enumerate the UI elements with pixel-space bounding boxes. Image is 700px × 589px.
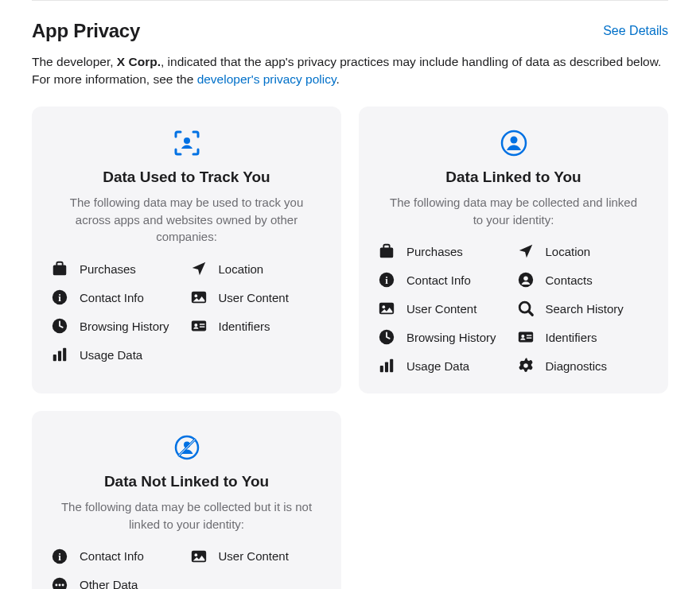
svg-rect-27: [526, 338, 531, 339]
svg-rect-10: [53, 355, 56, 361]
data-type-item: Diagnostics: [517, 357, 650, 374]
data-type-label: Contact Info: [80, 549, 144, 563]
data-type-label: Contact Info: [80, 291, 144, 304]
usage-data-icon: [378, 357, 395, 374]
svg-rect-26: [526, 335, 531, 336]
svg-text:i: i: [385, 275, 388, 286]
user-content-icon: [190, 548, 208, 565]
data-type-item: User Content: [190, 548, 323, 565]
svg-point-20: [383, 306, 386, 309]
purchases-icon: [378, 242, 395, 260]
data-type-item: iContact Info: [378, 271, 511, 289]
location-icon: [517, 242, 535, 260]
card-track: Data Used to Track You The following dat…: [32, 107, 341, 394]
card-title: Data Used to Track You: [51, 169, 322, 186]
svg-rect-6: [191, 321, 205, 331]
data-type-item: Purchases: [378, 242, 511, 260]
svg-rect-28: [380, 366, 383, 372]
see-details-link[interactable]: See Details: [603, 24, 668, 38]
svg-point-25: [521, 335, 524, 339]
svg-rect-9: [199, 327, 204, 327]
data-type-label: Browsing History: [406, 331, 496, 344]
data-type-item: Usage Data: [51, 346, 184, 363]
data-type-item: Usage Data: [378, 357, 511, 374]
svg-rect-11: [58, 351, 61, 362]
privacy-policy-link[interactable]: developer's privacy policy: [197, 72, 336, 86]
card-desc: The following data may be collected but …: [60, 498, 314, 533]
diagnostics-icon: [517, 357, 535, 374]
data-type-label: Usage Data: [80, 348, 142, 362]
data-type-item: Identifiers: [190, 317, 323, 335]
other-data-icon: [51, 576, 68, 589]
card-desc: The following data may be used to track …: [60, 194, 314, 246]
data-type-label: Diagnostics: [546, 359, 608, 373]
data-type-item: Browsing History: [51, 317, 184, 335]
svg-rect-29: [385, 362, 388, 373]
data-type-item: User Content: [378, 300, 511, 317]
contact-info-icon: i: [51, 548, 68, 565]
svg-rect-12: [63, 348, 66, 362]
svg-point-32: [523, 364, 528, 369]
search-history-icon: [517, 300, 535, 317]
data-type-item: Search History: [517, 300, 650, 317]
data-type-item: Browsing History: [378, 328, 511, 346]
data-type-label: Search History: [546, 302, 624, 316]
data-type-label: Contacts: [546, 273, 593, 287]
data-type-label: Location: [219, 262, 264, 276]
track-you-icon: [51, 129, 322, 157]
browsing-history-icon: [51, 317, 68, 335]
browsing-history-icon: [378, 328, 395, 346]
data-type-item: Contacts: [517, 271, 650, 289]
card-title: Data Not Linked to You: [51, 473, 322, 490]
svg-point-18: [523, 277, 528, 281]
card-notlinked: Data Not Linked to You The following dat…: [32, 411, 341, 589]
svg-text:i: i: [58, 293, 61, 304]
data-type-item: User Content: [190, 289, 323, 306]
data-type-label: Identifiers: [219, 320, 270, 333]
card-desc: The following data may be collected and …: [387, 194, 641, 229]
svg-point-40: [194, 553, 197, 556]
data-type-label: Purchases: [406, 245, 463, 258]
section-title: App Privacy: [32, 20, 140, 42]
linked-to-you-icon: [378, 129, 649, 157]
data-type-label: Contact Info: [406, 273, 471, 287]
contact-info-icon: i: [51, 289, 68, 306]
svg-text:i: i: [58, 552, 61, 563]
section-divider: [32, 0, 668, 1]
data-type-label: Browsing History: [80, 320, 169, 333]
data-type-item: iContact Info: [51, 289, 184, 306]
not-linked-icon: [51, 433, 322, 462]
data-type-label: Purchases: [80, 262, 136, 276]
data-type-label: Usage Data: [406, 359, 469, 373]
svg-point-14: [510, 136, 517, 143]
svg-point-0: [184, 138, 190, 144]
svg-rect-30: [390, 359, 393, 373]
card-title: Data Linked to You: [378, 169, 649, 186]
contact-info-icon: i: [378, 271, 395, 289]
svg-rect-24: [518, 332, 532, 343]
svg-point-4: [194, 295, 197, 298]
svg-point-7: [194, 324, 197, 327]
data-type-label: Other Data: [80, 578, 138, 589]
data-type-label: Location: [546, 245, 591, 258]
svg-point-43: [59, 583, 61, 586]
identifiers-icon: [517, 328, 535, 346]
data-type-item: Purchases: [51, 260, 184, 277]
svg-point-44: [62, 583, 64, 586]
data-type-label: User Content: [219, 291, 289, 304]
intro-text: The developer, X Corp., indicated that t…: [32, 53, 668, 89]
data-type-item: Location: [517, 242, 650, 260]
data-type-item: Other Data: [51, 576, 184, 589]
contacts-icon: [517, 271, 535, 289]
svg-line-22: [528, 312, 532, 316]
user-content-icon: [378, 300, 395, 317]
data-type-item: Location: [190, 260, 323, 277]
data-type-label: User Content: [219, 549, 289, 563]
data-type-label: Identifiers: [546, 331, 597, 344]
user-content-icon: [190, 289, 208, 306]
identifiers-icon: [190, 317, 208, 335]
card-linked: Data Linked to You The following data ma…: [359, 107, 668, 394]
data-type-item: Identifiers: [517, 328, 650, 346]
svg-point-41: [52, 578, 67, 589]
data-type-label: User Content: [406, 302, 476, 316]
